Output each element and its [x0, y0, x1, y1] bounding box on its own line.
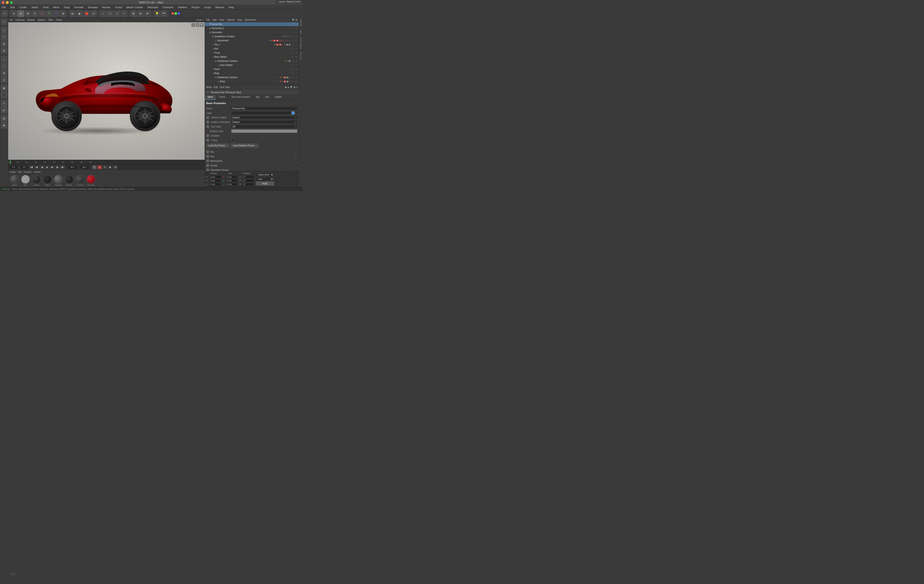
rot-p[interactable] — [243, 179, 254, 182]
om-file[interactable]: File — [206, 19, 210, 21]
frame-current[interactable] — [20, 165, 28, 169]
obj-body-mesh[interactable]: △ Body ★ ✕ ▲ ⬤ ▲ ✓ ✓ — [205, 79, 299, 84]
close-btn[interactable] — [2, 1, 5, 4]
mat-sidewall[interactable]: sidewall — [53, 175, 63, 186]
menu-motion[interactable]: Motion Tracker — [125, 6, 144, 9]
spline-icon[interactable]: 〜 — [1, 34, 7, 40]
apply-button[interactable]: Apply — [256, 181, 274, 186]
viewport-nav[interactable]: ⊕ — [196, 23, 200, 27]
play-fwd[interactable]: ▶ — [50, 165, 54, 169]
scale-tool[interactable]: ⊞ — [25, 10, 31, 17]
nurbs-icon[interactable]: ⊞ — [1, 41, 7, 47]
rotate-tool[interactable]: ↻ — [32, 10, 38, 17]
obj-physical-sky[interactable]: ☀ Physical Sky ✓ ✓ — [205, 22, 299, 26]
ph-up[interactable]: ▲ — [287, 86, 289, 89]
om-search[interactable]: 🔍 — [292, 19, 295, 21]
point-mode[interactable]: • — [121, 10, 127, 17]
mat-wheelp2[interactable]: Wheelp — [75, 175, 85, 186]
obj-symmetry[interactable]: ⊞ Symmetry ✓ ✓ — [205, 30, 299, 35]
obj-rear-splitter-parent[interactable]: ○ Rear Splitter ✓ ✓ — [205, 55, 299, 59]
vt-options[interactable]: Options — [38, 19, 45, 21]
om-bookmarks[interactable]: Bookmarks — [245, 19, 256, 21]
obj-rear-splitter-mesh[interactable]: △ Rear Splitter ✓ ✓ — [205, 63, 299, 67]
tab-coord[interactable]: Coord. — [216, 95, 228, 100]
edge-mode[interactable]: ◇ — [114, 10, 120, 17]
move-tool[interactable]: ✛ — [11, 10, 17, 17]
obj-body-parent[interactable]: ○ Body ✓ ✓ — [205, 71, 299, 76]
om-tags[interactable]: Tags — [238, 19, 242, 21]
undo-btn[interactable]: ↩ — [2, 10, 8, 17]
sky-checkbox[interactable] — [295, 150, 297, 153]
ph-mode[interactable]: Mode — [206, 86, 212, 89]
tab-current-object[interactable]: Current Object — [299, 36, 302, 51]
material-side-icon[interactable]: ◉ — [1, 85, 7, 91]
camera-side-icon[interactable]: □ — [1, 63, 7, 69]
select-tool[interactable]: ⊕ — [18, 10, 24, 17]
vt-filter[interactable]: Filter — [48, 19, 53, 21]
vt-close-icon[interactable]: × — [202, 19, 203, 21]
load-weather-btn[interactable]: Load Weather Preset... — [231, 144, 258, 148]
tab-layer[interactable]: Layer — [299, 28, 302, 36]
axis-y[interactable]: Y — [46, 10, 52, 17]
sun-checkbox[interactable] — [295, 155, 297, 158]
mat-carpaint[interactable]: Car Pain — [86, 175, 96, 186]
menu-select[interactable]: Select — [30, 6, 40, 9]
tab-sun[interactable]: Sun — [262, 95, 272, 100]
ph-edit[interactable]: Edit — [214, 86, 218, 89]
prev-frame[interactable]: ◀ — [34, 165, 39, 169]
light-side-icon[interactable]: ◈ — [1, 69, 7, 76]
viewport-expand[interactable]: ⛶ — [191, 23, 195, 27]
viewport-zoom[interactable]: 🔍 — [200, 23, 204, 27]
clouds-checkbox[interactable] — [295, 164, 297, 167]
menu-snap[interactable]: Snap — [63, 6, 71, 9]
display-color-input[interactable] — [231, 129, 297, 133]
mat-menu-texture[interactable]: Texture — [34, 171, 41, 173]
menu-window[interactable]: Window — [214, 6, 225, 9]
sculpt-side-icon[interactable]: ✎ — [1, 100, 7, 106]
obj-subdiv2[interactable]: ⊡ Subdivision Surface ★ ✕ ⬤ ✓ ✓ — [205, 59, 299, 63]
play-to-end[interactable]: ▶| — [61, 165, 65, 169]
mat-menu-create[interactable]: Create — [10, 171, 16, 173]
mat-rubber[interactable]: rubber — [42, 175, 52, 186]
paint-icon[interactable]: 🖌 — [1, 107, 7, 113]
vt-display[interactable]: Display — [27, 19, 35, 21]
menu-edit[interactable]: Edit — [10, 6, 16, 9]
menu-create[interactable]: Create — [18, 6, 28, 9]
object-mode[interactable]: ○ — [100, 10, 106, 17]
auto-key[interactable]: ⊡ — [102, 165, 107, 169]
film-prev[interactable]: ⏮ — [69, 10, 76, 17]
menu-plugins[interactable]: Plugins — [191, 6, 201, 9]
om-filter[interactable]: ⊞ — [295, 19, 297, 21]
grid-btn[interactable]: ⊞ — [130, 10, 137, 17]
camera-btn[interactable]: 📷 — [161, 10, 167, 17]
xray-checkbox[interactable] — [231, 139, 234, 141]
timeline-playhead[interactable] — [10, 160, 11, 164]
render-region[interactable]: ⊡ — [91, 10, 97, 17]
menu-mograph[interactable]: MoGraph — [147, 6, 159, 9]
play-back[interactable]: ◀ — [40, 165, 44, 169]
tab-structure[interactable]: Structure — [299, 51, 302, 61]
menu-script[interactable]: Script — [203, 6, 212, 9]
viewport[interactable]: ⛶ ⊕ 🔍 — [8, 22, 205, 160]
prop-layer-select[interactable] — [231, 111, 297, 115]
mat-mat[interactable]: Mat — [20, 175, 30, 186]
menu-render[interactable]: Render — [101, 6, 111, 9]
obj-hood[interactable]: ○ Hood ✓ ✓ — [205, 67, 299, 71]
menu-sculpt[interactable]: Sculpt — [114, 6, 123, 9]
axis-x[interactable]: X — [39, 10, 45, 17]
next-frame[interactable]: ▶ — [55, 165, 60, 169]
pos-x[interactable] — [210, 175, 221, 179]
atmosphere-checkbox[interactable] — [295, 160, 297, 162]
tab-attributes[interactable]: Attributes — [299, 18, 302, 28]
obj-trunk[interactable]: ○ Trunk ✓ ✓ — [205, 51, 299, 55]
prop-name-input[interactable] — [231, 107, 297, 110]
generator-icon[interactable]: ⊕ — [1, 48, 7, 54]
world-tool[interactable]: ⊛ — [60, 10, 66, 17]
ph-close[interactable]: × — [296, 86, 297, 89]
poly-mode[interactable]: ⬡ — [107, 10, 113, 17]
mat-plastic[interactable]: plastic — [10, 175, 20, 186]
mat-menu-function[interactable]: Function — [24, 171, 32, 173]
mat-window[interactable]: window — [31, 175, 41, 186]
menu-pipeline[interactable]: Pipeline — [177, 6, 188, 9]
vis-editor-select[interactable]: Default — [231, 116, 297, 119]
